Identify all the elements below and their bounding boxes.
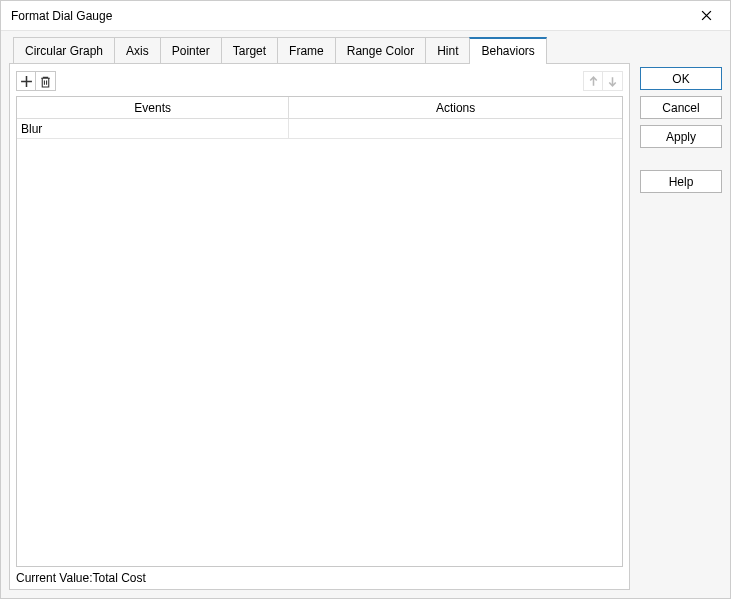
status-value: Total Cost (92, 571, 145, 585)
dialog-buttons: OK Cancel Apply Help (640, 37, 722, 590)
tab-behaviors[interactable]: Behaviors (469, 37, 546, 64)
help-button[interactable]: Help (640, 170, 722, 193)
tab-circular-graph[interactable]: Circular Graph (13, 37, 115, 64)
dialog-body: Circular Graph Axis Pointer Target Frame… (1, 31, 730, 598)
move-down-button (603, 71, 623, 91)
arrow-up-icon (587, 75, 600, 88)
grid-header: Events Actions (17, 97, 622, 119)
cell-event[interactable]: Blur (17, 119, 289, 138)
cancel-button[interactable]: Cancel (640, 96, 722, 119)
main-column: Circular Graph Axis Pointer Target Frame… (9, 37, 630, 590)
tab-pointer[interactable]: Pointer (160, 37, 222, 64)
behaviors-grid: Events Actions Blur (16, 96, 623, 567)
move-up-button (583, 71, 603, 91)
titlebar: Format Dial Gauge (1, 1, 730, 31)
tab-range-color[interactable]: Range Color (335, 37, 426, 64)
table-row[interactable]: Blur (17, 119, 622, 139)
tab-frame[interactable]: Frame (277, 37, 336, 64)
tab-target[interactable]: Target (221, 37, 278, 64)
apply-button[interactable]: Apply (640, 125, 722, 148)
tab-hint[interactable]: Hint (425, 37, 470, 64)
column-header-events[interactable]: Events (17, 97, 289, 118)
trash-icon (39, 75, 52, 88)
arrow-down-icon (606, 75, 619, 88)
behaviors-toolbar (16, 70, 623, 92)
plus-icon (20, 75, 33, 88)
cell-action[interactable] (289, 119, 622, 138)
grid-body: Blur (17, 119, 622, 566)
tab-axis[interactable]: Axis (114, 37, 161, 64)
status-prefix: Current Value: (16, 571, 92, 585)
status-bar: Current Value:Total Cost (16, 567, 623, 585)
tab-bar: Circular Graph Axis Pointer Target Frame… (9, 37, 630, 64)
behaviors-panel: Events Actions Blur Current Value:Total … (9, 63, 630, 590)
delete-button[interactable] (36, 71, 56, 91)
format-dial-gauge-dialog: Format Dial Gauge Circular Graph Axis Po… (0, 0, 731, 599)
column-header-actions[interactable]: Actions (289, 97, 622, 118)
close-icon (701, 10, 712, 21)
ok-button[interactable]: OK (640, 67, 722, 90)
close-button[interactable] (692, 2, 720, 30)
add-button[interactable] (16, 71, 36, 91)
dialog-title: Format Dial Gauge (11, 9, 692, 23)
